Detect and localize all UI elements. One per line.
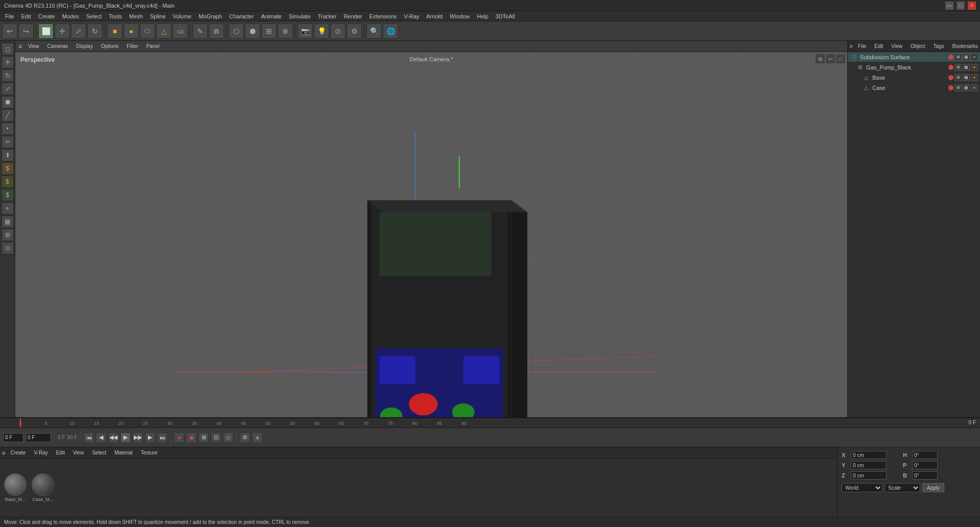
tool-s2[interactable]: $ bbox=[2, 176, 14, 188]
menu-select[interactable]: Select bbox=[83, 12, 105, 20]
render-view-button[interactable]: 🔍 bbox=[366, 23, 382, 39]
om-edit[interactable]: Edit bbox=[871, 42, 886, 50]
gaspump-dot[interactable] bbox=[948, 65, 953, 70]
menu-help[interactable]: Help bbox=[474, 12, 492, 20]
step-fwd-button[interactable]: ▶ bbox=[145, 433, 155, 443]
coord-b-input[interactable] bbox=[912, 471, 938, 480]
object-row-base[interactable]: △ Base ⊞ ▦ ● bbox=[848, 73, 980, 83]
tool-scale[interactable]: ⤢ bbox=[2, 83, 14, 95]
undo-button[interactable]: ↩ bbox=[2, 23, 17, 39]
record-button[interactable]: ● bbox=[174, 433, 184, 443]
om-bookmarks[interactable]: Bookmarks bbox=[949, 42, 980, 50]
base-dot[interactable] bbox=[948, 75, 953, 80]
sphere-button[interactable]: ● bbox=[124, 23, 139, 39]
frame-current-input[interactable] bbox=[26, 433, 51, 442]
tool-extrude[interactable]: ⬆ bbox=[2, 149, 14, 161]
play-options-button[interactable]: ⚙ bbox=[240, 433, 250, 443]
mat-create[interactable]: Create bbox=[7, 449, 29, 457]
subdiv-dot-red[interactable] bbox=[948, 55, 953, 60]
vp-menu-view[interactable]: View bbox=[26, 43, 41, 50]
close-button[interactable]: × bbox=[968, 2, 976, 10]
record-point-button[interactable]: ⊞ bbox=[199, 433, 209, 443]
minimize-button[interactable]: — bbox=[945, 2, 953, 10]
cloner-button[interactable]: ⊛ bbox=[278, 23, 293, 39]
vp-menu-cameras[interactable]: Cameras bbox=[45, 43, 70, 50]
apply-button[interactable]: Apply bbox=[922, 483, 944, 492]
menu-edit[interactable]: Edit bbox=[18, 12, 34, 20]
light-button[interactable]: 💡 bbox=[314, 23, 329, 39]
move-tool-button[interactable]: ✛ bbox=[55, 23, 70, 39]
tool-magnet[interactable]: ⌖ bbox=[2, 202, 14, 214]
menu-modes[interactable]: Modes bbox=[59, 12, 82, 20]
object-row-case[interactable]: △ Case ⊞ ▦ ● bbox=[848, 83, 980, 93]
scale-tool-button[interactable]: ⤢ bbox=[71, 23, 86, 39]
mat-vray[interactable]: V-Ray bbox=[31, 449, 51, 457]
transform-mode-dropdown[interactable]: Scale bbox=[885, 483, 920, 492]
mat-edit[interactable]: Edit bbox=[53, 449, 68, 457]
mat-view[interactable]: View bbox=[70, 449, 87, 457]
tool-brush[interactable]: ▦ bbox=[2, 215, 14, 228]
mat-select[interactable]: Select bbox=[89, 449, 109, 457]
tool-uv[interactable]: ⊙ bbox=[2, 242, 14, 254]
menu-animate[interactable]: Animate bbox=[258, 12, 284, 20]
vp-maximize-btn[interactable]: □ bbox=[836, 54, 845, 63]
play-forward-button[interactable]: ▶ bbox=[120, 433, 131, 443]
coord-x-input[interactable] bbox=[851, 451, 887, 459]
subdiv-vis-2[interactable]: ▦ bbox=[963, 54, 970, 61]
object-row-subdiv[interactable]: ⬡ Subdivision Surface ⊞ ▦ ● bbox=[848, 52, 980, 62]
gaspump-vis-1[interactable]: ⊞ bbox=[954, 64, 962, 71]
material-case[interactable]: Case_M... bbox=[32, 473, 54, 502]
base-vis-3[interactable]: ● bbox=[971, 74, 978, 81]
tool-polygon[interactable]: ⬟ bbox=[2, 96, 14, 108]
coord-system-dropdown[interactable]: World bbox=[842, 483, 883, 492]
target-button[interactable]: ⊙ bbox=[330, 23, 346, 39]
coord-y-input[interactable] bbox=[851, 461, 887, 469]
maximize-button[interactable]: □ bbox=[957, 2, 965, 10]
menu-extensions[interactable]: Extensions bbox=[366, 12, 400, 20]
menu-tools[interactable]: Tools bbox=[106, 12, 125, 20]
case-vis-2[interactable]: ▦ bbox=[963, 84, 970, 91]
object-mode-button[interactable]: ⬜ bbox=[38, 23, 54, 39]
menu-create[interactable]: Create bbox=[35, 12, 58, 20]
menu-mograph[interactable]: MoGraph bbox=[195, 12, 225, 20]
om-menu-icon[interactable]: ≡ bbox=[850, 43, 853, 49]
loft-button[interactable]: ⋒ bbox=[209, 23, 224, 39]
om-tags[interactable]: Tags bbox=[930, 42, 947, 50]
om-file[interactable]: File bbox=[855, 42, 869, 50]
timeline-view-button[interactable]: ≡ bbox=[252, 433, 262, 443]
menu-3dtoall[interactable]: 3DToAll bbox=[493, 12, 518, 20]
boole-button[interactable]: ⬡ bbox=[229, 23, 244, 39]
menu-vray[interactable]: V-Ray bbox=[401, 12, 422, 20]
key-button[interactable]: ◇ bbox=[223, 433, 233, 443]
subdiv-vis-3[interactable]: ● bbox=[971, 54, 978, 61]
om-view[interactable]: View bbox=[888, 42, 905, 50]
play-fwd-button[interactable]: ▶▶ bbox=[133, 433, 143, 443]
tool-select[interactable]: ◻ bbox=[2, 43, 14, 55]
vp-restore-btn[interactable]: ↩ bbox=[826, 54, 835, 63]
coord-h-input[interactable] bbox=[912, 451, 938, 459]
menu-arnold[interactable]: Arnold bbox=[423, 12, 446, 20]
record-auto-button[interactable]: ⏺ bbox=[186, 433, 197, 443]
tool-edge[interactable]: ╱ bbox=[2, 109, 14, 122]
menu-character[interactable]: Character bbox=[226, 12, 257, 20]
vp-menu-icon[interactable]: ≡ bbox=[18, 43, 22, 50]
subdiv-vis-1[interactable]: ⊞ bbox=[954, 54, 962, 61]
coord-z-input[interactable] bbox=[851, 471, 887, 480]
spline-draw-button[interactable]: ✎ bbox=[192, 23, 208, 39]
vp-expand-btn[interactable]: ⊞ bbox=[816, 54, 825, 63]
tool-s[interactable]: $ bbox=[2, 162, 14, 175]
settings-button[interactable]: ⚙ bbox=[347, 23, 362, 39]
case-dot[interactable] bbox=[948, 85, 953, 90]
mat-material[interactable]: Material bbox=[111, 449, 136, 457]
step-back-button[interactable]: ◀ bbox=[96, 433, 106, 443]
vp-menu-filter[interactable]: Filter bbox=[125, 43, 140, 50]
anim-button[interactable]: ⊡ bbox=[211, 433, 221, 443]
render-button[interactable]: 🌐 bbox=[383, 23, 398, 39]
menu-volume[interactable]: Volume bbox=[170, 12, 195, 20]
frame-start-input[interactable] bbox=[3, 433, 23, 442]
om-object[interactable]: Object bbox=[908, 42, 928, 50]
vp-menu-display[interactable]: Display bbox=[74, 43, 95, 50]
menu-mesh[interactable]: Mesh bbox=[126, 12, 146, 20]
menu-window[interactable]: Window bbox=[447, 12, 473, 20]
go-start-button[interactable]: ⏮ bbox=[84, 433, 94, 443]
